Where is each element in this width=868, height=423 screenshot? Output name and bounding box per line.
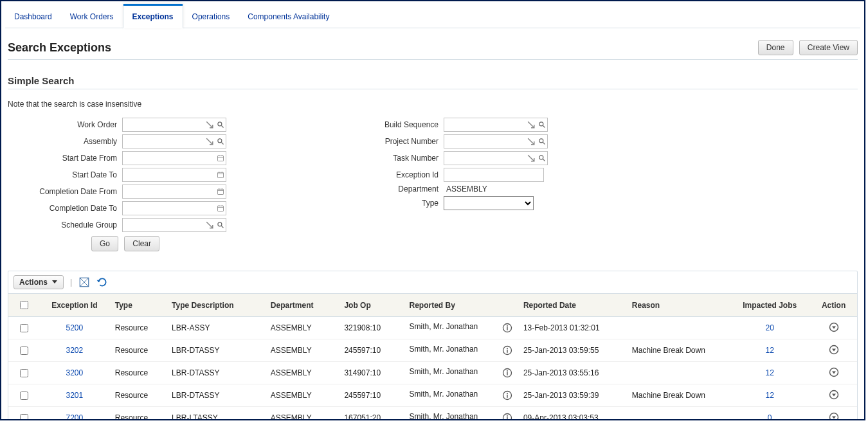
impacted-jobs-link[interactable]: 20 — [765, 323, 773, 332]
row-checkbox[interactable] — [20, 324, 28, 332]
build-sequence-input[interactable] — [444, 118, 548, 132]
col-impacted-jobs: Impacted Jobs — [729, 294, 810, 317]
cell-reported-by: Smith, Mr. Jonathan — [404, 407, 518, 421]
svg-line-27 — [543, 159, 545, 161]
cell-type: Resource — [110, 407, 167, 421]
exception-id-link[interactable]: 5200 — [66, 323, 83, 332]
search-icon[interactable] — [215, 136, 226, 147]
info-icon[interactable] — [502, 390, 513, 401]
project-number-field[interactable] — [444, 136, 525, 147]
exception-id-link[interactable]: 7200 — [66, 413, 83, 420]
start-date-from-input[interactable] — [122, 151, 226, 165]
row-action-menu-icon[interactable] — [828, 321, 840, 333]
build-sequence-label: Build Sequence — [329, 120, 444, 129]
info-icon[interactable] — [502, 412, 513, 420]
row-checkbox[interactable] — [20, 414, 28, 421]
svg-marker-28 — [52, 280, 57, 284]
info-icon[interactable] — [502, 345, 513, 356]
info-icon[interactable] — [502, 367, 513, 379]
search-icon[interactable] — [536, 119, 547, 130]
schedule-group-input[interactable] — [122, 218, 226, 232]
type-select[interactable] — [444, 196, 534, 210]
row-action-menu-icon[interactable] — [828, 389, 840, 401]
tab-work-orders[interactable]: Work Orders — [61, 6, 123, 28]
search-icon[interactable] — [536, 152, 547, 164]
tab-dashboard[interactable]: Dashboard — [5, 6, 61, 28]
start-date-to-label: Start Date To — [8, 170, 122, 179]
start-date-to-input[interactable] — [122, 168, 226, 182]
search-icon[interactable] — [536, 136, 547, 147]
refresh-icon[interactable] — [96, 276, 108, 288]
lov-expand-icon[interactable] — [204, 119, 215, 130]
row-checkbox[interactable] — [20, 392, 28, 400]
lov-expand-icon[interactable] — [525, 136, 536, 147]
task-number-input[interactable] — [444, 151, 548, 165]
svg-line-3 — [221, 143, 223, 145]
lov-expand-icon[interactable] — [525, 152, 536, 164]
calendar-icon[interactable] — [215, 169, 226, 181]
search-icon[interactable] — [215, 219, 226, 231]
tab-operations[interactable]: Operations — [183, 6, 239, 28]
col-exception-id: Exception Id — [39, 294, 110, 317]
assembly-input[interactable] — [122, 134, 226, 148]
exception-id-input[interactable] — [444, 168, 544, 182]
lov-expand-icon[interactable] — [525, 119, 536, 130]
work-order-field[interactable] — [123, 119, 204, 130]
tab-components-availability[interactable]: Components Availability — [239, 6, 338, 28]
tabs-bar: DashboardWork OrdersExceptionsOperations… — [5, 4, 860, 28]
completion-date-to-input[interactable] — [122, 201, 226, 215]
start-date-from-field[interactable] — [123, 152, 215, 164]
cell-reported-date: 13-Feb-2013 01:32:01 — [518, 317, 627, 339]
cell-job-op: 167051:20 — [339, 407, 404, 421]
exception-id-field[interactable] — [444, 168, 544, 182]
row-action-menu-icon[interactable] — [828, 366, 840, 378]
exception-id-link[interactable]: 3201 — [66, 391, 83, 400]
build-sequence-field[interactable] — [444, 119, 525, 130]
clear-button[interactable]: Clear — [124, 236, 159, 251]
simple-search-title: Simple Search — [8, 75, 858, 89]
work-order-input[interactable] — [122, 118, 226, 132]
exception-id-link[interactable]: 3200 — [66, 368, 83, 377]
type-dropdown[interactable] — [444, 196, 534, 210]
schedule-group-field[interactable] — [123, 219, 204, 231]
cell-type: Resource — [110, 362, 167, 384]
select-all-checkbox[interactable] — [20, 301, 28, 309]
impacted-jobs-link[interactable]: 12 — [765, 391, 773, 400]
search-right-col: Build Sequence Project Number — [329, 118, 548, 251]
row-checkbox[interactable] — [20, 346, 28, 355]
row-action-menu-icon[interactable] — [828, 411, 840, 420]
done-button[interactable]: Done — [758, 40, 793, 55]
info-icon[interactable] — [502, 322, 513, 334]
tab-exceptions[interactable]: Exceptions — [123, 4, 183, 28]
project-number-input[interactable] — [444, 134, 548, 148]
cell-type: Resource — [110, 384, 167, 407]
calendar-icon[interactable] — [215, 152, 226, 164]
lov-expand-icon[interactable] — [204, 136, 215, 147]
assembly-field[interactable] — [123, 136, 204, 147]
impacted-jobs-link[interactable]: 12 — [765, 346, 773, 355]
actions-menu-label: Actions — [19, 278, 48, 287]
task-number-field[interactable] — [444, 152, 525, 164]
search-icon[interactable] — [215, 119, 226, 130]
svg-marker-40 — [832, 349, 836, 352]
impacted-jobs-link[interactable]: 12 — [765, 368, 773, 377]
impacted-jobs-link[interactable]: 0 — [768, 413, 772, 420]
svg-point-2 — [217, 139, 221, 143]
create-view-button[interactable]: Create View — [799, 40, 858, 55]
go-button[interactable]: Go — [91, 236, 118, 251]
completion-date-from-field[interactable] — [123, 186, 215, 197]
detach-icon[interactable] — [78, 276, 90, 288]
row-action-menu-icon[interactable] — [828, 344, 840, 356]
start-date-to-field[interactable] — [123, 169, 215, 181]
col-reported-date: Reported Date — [518, 294, 627, 317]
assembly-label: Assembly — [8, 137, 122, 146]
lov-expand-icon[interactable] — [204, 219, 215, 231]
calendar-icon[interactable] — [215, 186, 226, 197]
calendar-icon[interactable] — [215, 203, 226, 214]
completion-date-to-field[interactable] — [123, 203, 215, 214]
exception-id-link[interactable]: 3202 — [66, 346, 83, 355]
svg-marker-30 — [97, 280, 101, 282]
completion-date-from-input[interactable] — [122, 184, 226, 199]
actions-menu[interactable]: Actions — [14, 275, 64, 289]
row-checkbox[interactable] — [20, 369, 28, 377]
